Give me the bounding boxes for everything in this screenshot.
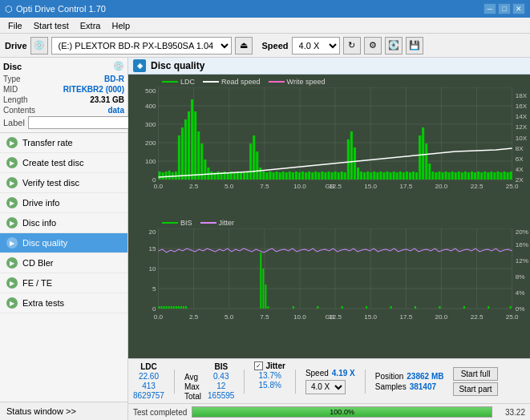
svg-rect-107 <box>448 172 451 180</box>
bis-chart-wrapper: BIS Jitter <box>130 217 528 357</box>
jitter-checkbox[interactable]: ✓ <box>254 361 263 370</box>
svg-text:17.5: 17.5 <box>399 313 412 321</box>
writespeed-legend-item: Write speed <box>269 78 326 86</box>
svg-rect-99 <box>422 127 424 180</box>
svg-rect-74 <box>341 172 343 180</box>
ldc-max-val: 413 <box>133 382 164 390</box>
menubar: File Start test Extra Help <box>0 18 530 34</box>
start-part-button[interactable]: Start part <box>453 382 497 396</box>
svg-text:20.0: 20.0 <box>435 183 448 190</box>
svg-text:15.0: 15.0 <box>364 183 377 190</box>
start-full-button[interactable]: Start full <box>453 367 497 381</box>
svg-rect-122 <box>496 172 499 180</box>
svg-text:GB: GB <box>325 183 334 190</box>
svg-rect-191 <box>390 306 392 309</box>
menu-help[interactable]: Help <box>107 19 135 32</box>
svg-rect-97 <box>415 172 418 180</box>
svg-text:12%: 12% <box>516 257 528 265</box>
menu-file[interactable]: File <box>3 19 27 32</box>
progress-bar-container: Test completed 100.0% 33.22 <box>128 403 530 420</box>
minimize-button[interactable]: ─ <box>483 3 496 14</box>
disc-panel-icon: 💿 <box>113 61 124 71</box>
svg-rect-196 <box>510 306 512 309</box>
svg-rect-63 <box>305 172 307 180</box>
svg-text:0: 0 <box>152 305 156 313</box>
sidebar-item-cd-bler[interactable]: ▶ CD Bler <box>0 253 127 273</box>
disc-mid-label: MID <box>3 85 18 94</box>
svg-text:17.5: 17.5 <box>399 183 412 190</box>
ldc-chart-legend: LDC Read speed Write speed <box>130 76 528 87</box>
svg-rect-59 <box>292 172 294 180</box>
sidebar-item-extra-tests[interactable]: ▶ Extra tests <box>0 293 127 313</box>
disc-quality-label: Disc quality <box>22 238 67 248</box>
svg-rect-119 <box>487 172 489 180</box>
svg-rect-114 <box>471 172 473 180</box>
charts-container: LDC Read speed Write speed <box>128 75 530 358</box>
drive-info-icon: ▶ <box>6 197 18 208</box>
svg-rect-65 <box>311 172 314 180</box>
svg-rect-91 <box>396 172 399 180</box>
close-button[interactable]: ✕ <box>512 3 525 14</box>
verify-test-disc-icon: ▶ <box>6 177 18 188</box>
svg-rect-105 <box>441 172 443 180</box>
app-icon: ⬡ <box>5 4 13 14</box>
svg-rect-89 <box>390 172 392 180</box>
sidebar-item-transfer-rate[interactable]: ▶ Transfer rate <box>0 133 127 153</box>
bis-avg-val: 0.43 <box>208 372 234 381</box>
speed-select[interactable]: 4.0 X <box>292 37 340 55</box>
position-info: Position 23862 MB Samples 381407 <box>375 372 444 391</box>
maximize-button[interactable]: □ <box>498 3 511 14</box>
menu-extra[interactable]: Extra <box>75 19 106 32</box>
ldc-legend-item: LDC <box>162 78 195 86</box>
svg-rect-189 <box>342 306 343 309</box>
save-button[interactable]: 💾 <box>406 37 423 55</box>
svg-text:500: 500 <box>145 87 156 95</box>
ldc-stats-header: LDC <box>133 362 164 371</box>
disc-type-value: BD-R <box>104 75 124 83</box>
svg-rect-61 <box>298 172 301 180</box>
speed-select-stats[interactable]: 4.0 X <box>305 380 346 394</box>
svg-text:10.0: 10.0 <box>293 313 306 321</box>
disc-quality-header: ◈ Disc quality <box>128 58 530 75</box>
svg-rect-120 <box>490 172 492 180</box>
ldc-total-val: 8629757 <box>133 391 164 400</box>
svg-rect-44 <box>243 172 245 180</box>
svg-rect-111 <box>461 172 463 180</box>
svg-rect-45 <box>246 172 249 180</box>
svg-rect-109 <box>455 172 457 180</box>
svg-rect-183 <box>260 252 261 309</box>
refresh-button[interactable]: ↻ <box>343 37 361 55</box>
disc-icon-btn[interactable]: 💽 <box>385 37 403 55</box>
svg-text:10X: 10X <box>516 135 528 142</box>
sidebar-item-disc-quality[interactable]: ▶ Disc quality <box>0 233 127 253</box>
svg-rect-77 <box>350 131 353 180</box>
sidebar-item-create-test-disc[interactable]: ▶ Create test disc <box>0 153 127 173</box>
status-window-button[interactable]: Status window >> <box>0 402 127 420</box>
menu-start-test[interactable]: Start test <box>29 19 74 32</box>
drive-icon-btn[interactable]: 💿 <box>30 37 48 55</box>
disc-type-row: Type BD-R <box>3 75 124 83</box>
disc-label-label: Label <box>3 118 25 127</box>
ldc-chart-wrapper: LDC Read speed Write speed <box>130 76 528 216</box>
fe-te-icon: ▶ <box>6 277 18 289</box>
disc-label-input[interactable] <box>28 116 135 129</box>
bis-chart-svg: 0 5 10 15 20 0% 4% 8% 12% 16% 20% 0.0 <box>130 228 528 325</box>
svg-text:16X: 16X <box>516 103 528 110</box>
stats-row: LDC 22.60 413 8629757 Avg Max Total BIS … <box>133 361 525 401</box>
titlebar-controls: ─ □ ✕ <box>483 3 525 14</box>
sidebar-item-disc-info[interactable]: ▶ Disc info <box>0 213 127 233</box>
transfer-rate-label: Transfer rate <box>22 138 73 147</box>
sidebar-item-fe-te[interactable]: ▶ FE / TE <box>0 273 127 293</box>
settings-button[interactable]: ⚙ <box>364 37 382 55</box>
svg-text:6X: 6X <box>516 155 524 163</box>
eject-button[interactable]: ⏏ <box>235 37 253 55</box>
svg-rect-54 <box>276 172 278 180</box>
sidebar-item-verify-test-disc[interactable]: ▶ Verify test disc <box>0 173 127 193</box>
max-label: Max <box>184 382 201 391</box>
drive-label: Drive <box>5 41 27 50</box>
svg-rect-47 <box>253 135 255 180</box>
disc-quality-title: Disc quality <box>151 60 204 71</box>
sidebar-item-drive-info[interactable]: ▶ Drive info <box>0 193 127 213</box>
drive-select[interactable]: (E:) PLEXTOR BD-R PX-LB950SA 1.04 <box>51 37 232 55</box>
drive-toolbar: Drive 💿 (E:) PLEXTOR BD-R PX-LB950SA 1.0… <box>0 34 530 58</box>
